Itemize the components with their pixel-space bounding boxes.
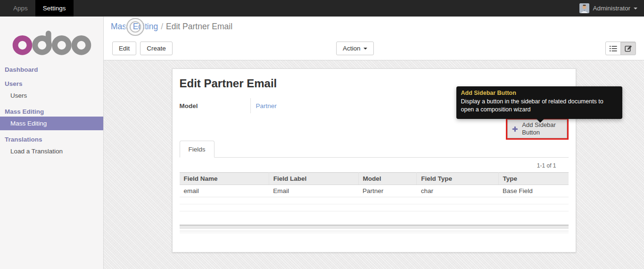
notebook-tabs: Fields <box>180 141 569 158</box>
model-field-label: Model <box>180 102 250 109</box>
sidebar-button-area: Add Sidebar Button <box>180 118 569 140</box>
field-separator <box>250 98 251 113</box>
odoo-logo <box>0 17 103 64</box>
top-bar: Apps Settings Administrator <box>0 0 644 17</box>
user-menu[interactable]: Administrator <box>579 0 644 17</box>
plus-icon <box>512 125 518 133</box>
model-value-link[interactable]: Partner <box>256 102 277 109</box>
sidebar-item-load-translation[interactable]: Load a Translation <box>0 144 103 158</box>
sidebar-header-translations[interactable]: Translations <box>0 134 103 144</box>
cell-field-label: Email <box>269 185 358 197</box>
sidebar-header-mass-editing[interactable]: Mass Editing <box>0 107 103 117</box>
content-area: Edit Partner Email Model Partner Add Sid… <box>104 60 644 269</box>
divider <box>180 233 569 233</box>
fields-table: Field Name Field Label Model Field Type … <box>180 172 569 220</box>
col-field-name[interactable]: Field Name <box>180 173 269 185</box>
odoo-backend-screen: Apps Settings Administrator <box>0 0 644 269</box>
top-menu-apps[interactable]: Apps <box>6 0 35 17</box>
action-label: Action <box>343 45 361 52</box>
cell-field-type: char <box>417 185 498 197</box>
app-sidebar: Dashboard Users Users Mass Editing Mass … <box>0 17 104 269</box>
pager-range[interactable]: 1-1 of 1 <box>537 162 556 169</box>
caret-down-icon <box>634 8 637 9</box>
control-panel: Mass Editing/Edit Partner Email Edit Cre… <box>104 17 644 60</box>
pager: 1-1 of 1 <box>180 158 569 172</box>
sidebar-item-mass-editing[interactable]: Mass Editing <box>0 117 103 130</box>
tooltip-body: Display a button in the sidebar of relat… <box>461 98 618 114</box>
user-avatar <box>579 3 589 13</box>
form-edit-icon <box>625 45 632 52</box>
sidebar-item-users[interactable]: Users <box>0 89 103 102</box>
sidebar-header-users[interactable]: Users <box>0 79 103 89</box>
loading-spinner <box>126 18 144 36</box>
edit-button[interactable]: Edit <box>112 42 136 55</box>
breadcrumb-current: Edit Partner Email <box>166 22 232 31</box>
table-row[interactable]: email Email Partner char Base Field <box>180 185 569 197</box>
form-view-button[interactable] <box>620 42 636 55</box>
col-field-type[interactable]: Field Type <box>417 173 498 185</box>
table-header-row: Field Name Field Label Model Field Type … <box>180 173 569 185</box>
sidebar-header-dashboard[interactable]: Dashboard <box>0 65 103 75</box>
record-buttons: Edit Create <box>112 42 173 55</box>
col-model[interactable]: Model <box>358 173 417 185</box>
breadcrumb-separator: / <box>158 22 166 31</box>
tooltip-arrow <box>537 119 544 123</box>
caret-down-icon <box>363 48 367 50</box>
sidebar-nav: Dashboard Users Users Mass Editing Mass … <box>0 64 103 158</box>
divider <box>180 231 569 231</box>
cell-field-name: email <box>180 185 269 197</box>
top-menu: Apps Settings <box>0 0 74 17</box>
empty-row <box>180 204 569 211</box>
list-view-icon <box>610 45 617 52</box>
horizontal-scrollbar[interactable] <box>180 225 569 229</box>
empty-row <box>180 197 569 204</box>
cell-model: Partner <box>358 185 417 197</box>
user-name: Administrator <box>593 5 630 12</box>
tooltip-title: Add Sidebar Button <box>461 90 618 96</box>
form-sheet: Edit Partner Email Model Partner Add Sid… <box>172 68 576 252</box>
empty-row <box>180 211 569 220</box>
view-switcher <box>605 42 636 55</box>
list-view-button[interactable] <box>605 42 621 55</box>
tab-fields[interactable]: Fields <box>180 141 215 158</box>
cell-type: Base Field <box>498 185 569 197</box>
action-dropdown-button[interactable]: Action <box>336 42 374 55</box>
col-field-label[interactable]: Field Label <box>269 173 358 185</box>
top-menu-settings[interactable]: Settings <box>35 0 74 17</box>
create-button[interactable]: Create <box>140 42 173 55</box>
tooltip-popup: Add Sidebar Button Display a button in t… <box>456 86 622 119</box>
col-type[interactable]: Type <box>498 173 569 185</box>
add-sidebar-button-label: Add Sidebar Button <box>522 121 562 136</box>
